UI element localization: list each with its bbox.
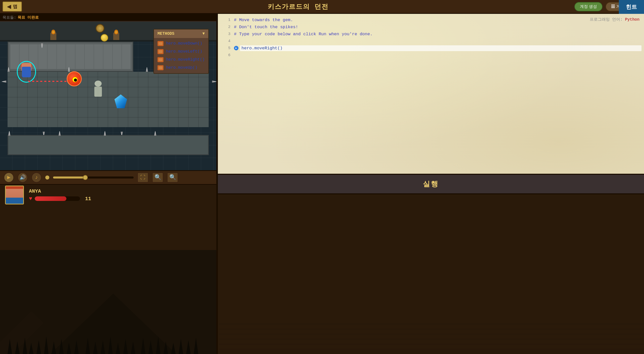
gem-shape xyxy=(114,94,127,108)
method-item-1[interactable]: hero.moveDown() xyxy=(154,40,208,48)
tree-22 xyxy=(171,343,176,354)
ceiling-decoration xyxy=(96,24,104,33)
method-item-4[interactable]: hero.moveUp() xyxy=(154,64,208,72)
method-text-3: hero.moveRight() xyxy=(166,57,205,62)
gem-collectible xyxy=(114,94,127,108)
enemy-pupil xyxy=(74,79,77,82)
code-panel-bottom xyxy=(218,193,644,354)
line-number-5: 5 xyxy=(220,46,230,50)
controls-bar: ▶ 🔊 ♪ ⛶ 🔍 🔍 xyxy=(0,170,216,184)
method-text-2: hero.moveLeft() xyxy=(166,49,202,54)
method-item-3[interactable]: hero.moveRight() xyxy=(154,56,208,64)
run-button[interactable]: 실행 xyxy=(218,174,644,193)
line-content-3: # Type your code below and click Run whe… xyxy=(234,32,641,37)
method-text-4: hero.moveUp() xyxy=(166,65,197,70)
enemy2-body xyxy=(94,87,102,97)
code-lines-container: 1 # Move towards the gem. 2 # Don't touc… xyxy=(220,16,641,59)
tree-25 xyxy=(194,338,198,354)
hero-character xyxy=(19,63,34,81)
lower-platform xyxy=(8,135,209,155)
hint-button[interactable]: 힌트 xyxy=(619,0,644,14)
execution-indicator xyxy=(234,46,238,50)
line-number-4: 4 xyxy=(220,39,230,43)
tree-19 xyxy=(148,340,153,354)
character-score: 11 xyxy=(85,196,91,202)
tree-24 xyxy=(186,340,191,354)
main-layout: 목표들: 목표 미완료 xyxy=(0,14,644,354)
top-bar: ◀ 맵 키스가르드의 던전 계정 생성 ☰ 게임 메뉴 힌트 xyxy=(0,0,644,14)
music-button[interactable]: ♪ xyxy=(31,172,42,183)
mountain-scene xyxy=(0,205,216,354)
account-button[interactable]: 계정 생성 xyxy=(574,2,602,11)
back-button[interactable]: ◀ 맵 xyxy=(3,2,22,12)
objectives-bar: 목표들: 목표 미완료 xyxy=(0,14,216,21)
play-button[interactable]: ▶ xyxy=(4,172,14,183)
speed-thumb[interactable] xyxy=(83,175,88,180)
zoom-out-button[interactable]: 🔍 xyxy=(167,172,178,183)
methods-dropdown-header[interactable]: METHODS ▼ xyxy=(154,29,208,38)
speed-fill xyxy=(53,176,85,179)
line-number-3: 3 xyxy=(220,32,230,36)
level-title: 키스가르드의 던전 xyxy=(22,2,574,11)
method-icon-2 xyxy=(157,49,164,54)
wall-sconce-2 xyxy=(113,32,119,40)
character-info: ANYA ♥ 11 xyxy=(29,188,91,202)
tree-6 xyxy=(44,336,49,354)
tree-3 xyxy=(23,338,27,354)
game-viewport[interactable]: METHODS ▼ hero.moveDown() hero.moveLeft(… xyxy=(0,21,216,170)
character-name: ANYA xyxy=(29,188,91,194)
tree-10 xyxy=(74,340,79,354)
character-status-bar: ANYA ♥ 11 xyxy=(0,184,216,205)
tree-14 xyxy=(108,336,113,354)
method-icon-4 xyxy=(157,65,164,70)
hamburger-icon: ☰ xyxy=(611,4,616,9)
health-icon: ♥ xyxy=(29,196,32,202)
music-icon: ♪ xyxy=(35,174,38,180)
method-icon-1 xyxy=(157,41,164,46)
fullscreen-button[interactable]: ⛶ xyxy=(137,172,148,183)
enemy-creature xyxy=(67,71,82,86)
methods-list: hero.moveDown() hero.moveLeft() hero.mov… xyxy=(154,38,208,73)
zoom-in-icon: 🔍 xyxy=(154,174,161,181)
zoom-out-icon: 🔍 xyxy=(169,174,176,181)
tree-13 xyxy=(101,340,105,354)
hero-body xyxy=(22,67,31,77)
volume-button[interactable]: 🔊 xyxy=(18,172,28,183)
line-number-1: 1 xyxy=(220,18,230,22)
arrow-left-icon: ◀ xyxy=(7,4,11,10)
code-line-4: 4 xyxy=(220,38,641,45)
wood-grain-bottom xyxy=(219,324,644,354)
code-line-5[interactable]: 5 hero.moveRight() xyxy=(220,45,641,52)
play-icon: ▶ xyxy=(7,174,10,181)
tree-5 xyxy=(36,340,41,354)
code-editor-area[interactable]: 프로그래밍 언어: Python 1 # Move towards the ge… xyxy=(218,14,644,174)
portrait-clothes xyxy=(6,198,23,204)
tree-11 xyxy=(86,338,90,354)
zoom-in-button[interactable]: 🔍 xyxy=(152,172,163,183)
tree-15 xyxy=(116,343,120,354)
wall-sconce-1 xyxy=(50,32,56,40)
goal-coin-circle xyxy=(101,34,108,42)
tree-2 xyxy=(15,341,20,354)
tree-12 xyxy=(93,341,98,354)
tree-7 xyxy=(52,341,56,354)
game-panel: 목표들: 목표 미완료 xyxy=(0,14,216,354)
code-line-1: 1 # Move towards the gem. xyxy=(220,16,641,23)
method-text-1: hero.moveDown() xyxy=(166,41,202,46)
enemy-eye xyxy=(72,77,78,83)
goal-coin xyxy=(101,34,108,42)
methods-label: METHODS xyxy=(157,31,174,36)
line-content-1: # Move towards the gem. xyxy=(234,18,641,22)
methods-dropdown[interactable]: METHODS ▼ hero.moveDown() hero.moveLeft(… xyxy=(153,29,209,74)
method-icon-3 xyxy=(157,57,164,62)
line-content-5[interactable]: hero.moveRight() xyxy=(240,45,641,51)
health-bar-background xyxy=(35,196,80,201)
fullscreen-icon: ⛶ xyxy=(140,174,145,181)
tree-9 xyxy=(67,343,71,354)
speed-slider[interactable] xyxy=(53,176,134,179)
method-item-2[interactable]: hero.moveLeft() xyxy=(154,48,208,56)
line-content-2: # Don't touch the spikes! xyxy=(234,25,641,29)
line-number-6: 6 xyxy=(220,53,230,57)
tree-16 xyxy=(123,339,128,354)
main-platform xyxy=(8,72,209,127)
